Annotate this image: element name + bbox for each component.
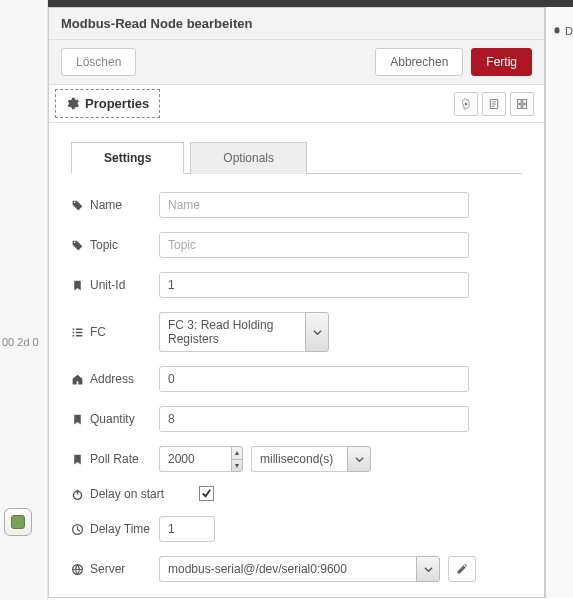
- delay-time-input[interactable]: [159, 516, 215, 542]
- server-label: Server: [90, 562, 125, 576]
- timeline-label: 00 2d 0: [2, 336, 39, 348]
- form-body: Settings Optionals Name Topic: [49, 123, 544, 597]
- chevron-down-icon: [416, 556, 440, 582]
- step-up-icon: ▲: [232, 447, 242, 460]
- right-tab-label: D: [565, 25, 573, 37]
- poll-rate-stepper[interactable]: ▲ ▼: [231, 446, 243, 472]
- delay-time-label: Delay Time: [90, 522, 150, 536]
- canvas-node[interactable]: [4, 508, 32, 536]
- node-status-dot: [11, 515, 25, 529]
- svg-rect-3: [523, 99, 527, 103]
- right-sidebar: D: [545, 7, 573, 598]
- tag-icon: [71, 239, 84, 252]
- topic-input[interactable]: [159, 232, 469, 258]
- poll-rate-unit-value: millisecond(s): [251, 446, 347, 472]
- done-button[interactable]: Fertig: [471, 48, 532, 76]
- address-input[interactable]: [159, 366, 469, 392]
- delete-button[interactable]: Löschen: [61, 48, 136, 76]
- tab-properties[interactable]: Properties: [55, 89, 160, 118]
- bookmark-icon: [71, 279, 84, 292]
- step-down-icon: ▼: [232, 460, 242, 472]
- svg-rect-4: [518, 104, 522, 108]
- clock-icon: [71, 523, 84, 536]
- svg-rect-5: [523, 104, 527, 108]
- name-label: Name: [90, 198, 122, 212]
- bookmark-icon: [71, 413, 84, 426]
- subtabs: Settings Optionals: [71, 141, 522, 174]
- name-input[interactable]: [159, 192, 469, 218]
- list-icon: [71, 326, 84, 339]
- fc-label: FC: [90, 325, 106, 339]
- unit-id-label: Unit-Id: [90, 278, 125, 292]
- home-icon: [71, 373, 84, 386]
- tab-properties-label: Properties: [85, 96, 149, 111]
- topic-label: Topic: [90, 238, 118, 252]
- tabs-row: Properties: [49, 85, 544, 123]
- power-icon: [71, 488, 84, 501]
- panel-action-row: Löschen Abbrechen Fertig: [49, 40, 544, 85]
- node-appearance-button[interactable]: [510, 92, 534, 116]
- gear-icon: [66, 97, 79, 110]
- tab-optionals[interactable]: Optionals: [190, 142, 307, 174]
- unit-id-input[interactable]: [159, 272, 469, 298]
- fc-select-value: FC 3: Read Holding Registers: [159, 312, 305, 352]
- quantity-label: Quantity: [90, 412, 135, 426]
- quantity-input[interactable]: [159, 406, 469, 432]
- bookmark-icon: [71, 453, 84, 466]
- right-tab-debug[interactable]: D: [552, 25, 573, 37]
- node-settings-button[interactable]: [454, 92, 478, 116]
- svg-rect-2: [518, 99, 522, 103]
- chevron-down-icon: [305, 312, 329, 352]
- node-doc-button[interactable]: [482, 92, 506, 116]
- tag-icon: [71, 199, 84, 212]
- cancel-button[interactable]: Abbrechen: [375, 48, 463, 76]
- panel-title: Modbus-Read Node bearbeiten: [49, 8, 544, 40]
- tab-settings[interactable]: Settings: [71, 142, 184, 174]
- fc-select[interactable]: FC 3: Read Holding Registers: [159, 312, 329, 352]
- delay-on-start-checkbox[interactable]: [199, 486, 214, 501]
- server-icon: [71, 563, 84, 576]
- edit-panel: Modbus-Read Node bearbeiten Löschen Abbr…: [48, 7, 545, 598]
- poll-rate-label: Poll Rate: [90, 452, 139, 466]
- server-select-value: modbus-serial@/dev/serial0:9600: [159, 556, 416, 582]
- svg-point-0: [465, 102, 468, 105]
- server-select[interactable]: modbus-serial@/dev/serial0:9600: [159, 556, 440, 582]
- poll-rate-input[interactable]: [159, 446, 231, 472]
- edit-server-button[interactable]: [448, 556, 476, 582]
- chevron-down-icon: [347, 446, 371, 472]
- address-label: Address: [90, 372, 134, 386]
- delay-on-start-label: Delay on start: [90, 487, 164, 501]
- poll-rate-unit-select[interactable]: millisecond(s): [251, 446, 371, 472]
